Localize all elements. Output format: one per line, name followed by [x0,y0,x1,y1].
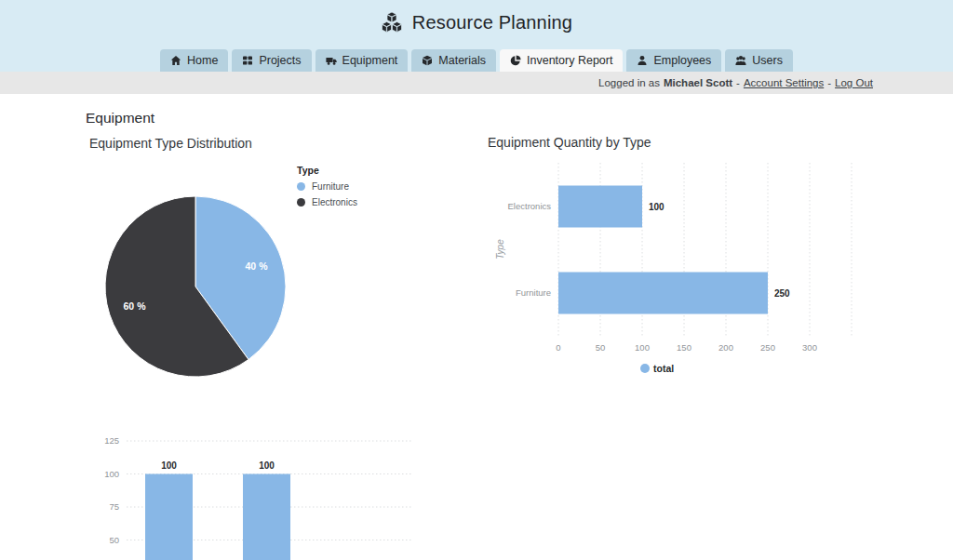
bar-value-label: 250 [774,288,790,299]
legend-label: total [653,363,674,374]
x-tick-label: 50 [596,342,606,353]
bar-2 [243,474,290,560]
bar-value-label: 100 [161,460,177,471]
legend-label: Furniture [312,181,349,192]
tab-materials[interactable]: Materials [411,49,496,72]
equipment-quantity-bar-chart: 100Electronics250Furniture05010015020025… [493,158,866,381]
y-tick-label: 100 [104,469,119,479]
tab-projects[interactable]: Projects [232,49,311,72]
grid-icon [242,55,253,66]
main-content: Equipment Equipment Type Distribution 40… [0,94,953,560]
pie-legend: Type FurnitureElectronics [297,165,357,213]
tab-users[interactable]: Users [725,49,793,72]
pie-slice-label: 60 % [124,300,147,312]
tab-label: Equipment [342,54,398,67]
x-tick-label: 150 [677,342,691,353]
legend-dot [640,364,650,373]
account-settings-link[interactable]: Account Settings [744,77,824,88]
x-tick-label: 0 [556,342,560,353]
box-icon [422,55,433,66]
legend-dot [297,182,305,191]
y-axis-label: Type [495,239,505,260]
category-label: Electronics [508,201,552,211]
category-label: Furniture [516,287,551,298]
app-title-row: Resource Planning [0,11,953,33]
logged-in-user: Michael Scott [664,77,732,88]
tab-label: Projects [259,54,301,67]
tab-label: Users [752,54,783,67]
y-tick-label: 75 [109,501,119,512]
cubes-icon [381,11,403,33]
x-tick-label: 250 [760,342,775,353]
pie-chart-icon [510,55,521,66]
legend-dot [297,198,305,207]
pie-chart-title: Equipment Type Distribution [89,136,252,151]
user-icon [637,55,648,66]
nav-tabs: HomeProjectsEquipmentMaterialsInventory … [0,49,953,72]
legend-item-furniture: Furniture [297,181,357,192]
tab-employees[interactable]: Employees [626,49,721,72]
tab-equipment[interactable]: Equipment [315,49,409,72]
page-title: Equipment [86,110,154,127]
app-header: Resource Planning HomeProjectsEquipmentM… [0,0,953,72]
bar-value-label: 100 [649,202,664,212]
tab-label: Materials [438,54,486,67]
y-tick-label: 50 [109,535,119,545]
pie-slice-label: 40 % [246,260,269,272]
bar-electronics [558,186,642,228]
x-tick-label: 100 [635,342,650,353]
session-prefix: Logged in as [598,77,660,88]
app-title: Resource Planning [412,12,572,33]
legend-label: Electronics [312,197,357,207]
tab-label: Home [187,54,218,67]
legend-item-electronics: Electronics [297,197,357,207]
bar-furniture [558,273,768,314]
truck-icon [326,55,337,66]
x-tick-label: 200 [718,342,733,353]
tab-home[interactable]: Home [160,49,228,72]
bar-1 [145,474,193,560]
tab-label: Employees [653,54,711,67]
logout-link[interactable]: Log Out [835,77,873,88]
pie-legend-title: Type [297,165,357,176]
bar-chart-title: Equipment Quantity by Type [488,135,651,150]
tab-label: Inventory Report [527,54,612,67]
bar-value-label: 100 [259,460,275,471]
equipment-type-pie-chart: 40 %60 % [102,193,289,380]
users-icon [735,55,746,66]
y-tick-label: 125 [104,435,119,446]
session-bar: Logged in as Michael Scott - Account Set… [0,72,953,94]
x-tick-label: 300 [802,342,817,353]
tab-inventory-report[interactable]: Inventory Report [500,49,623,72]
partial-bar-chart: 1251007550100100 [84,423,423,560]
home-icon [170,55,181,66]
session-separator: - [827,77,831,88]
session-separator: - [736,77,740,88]
